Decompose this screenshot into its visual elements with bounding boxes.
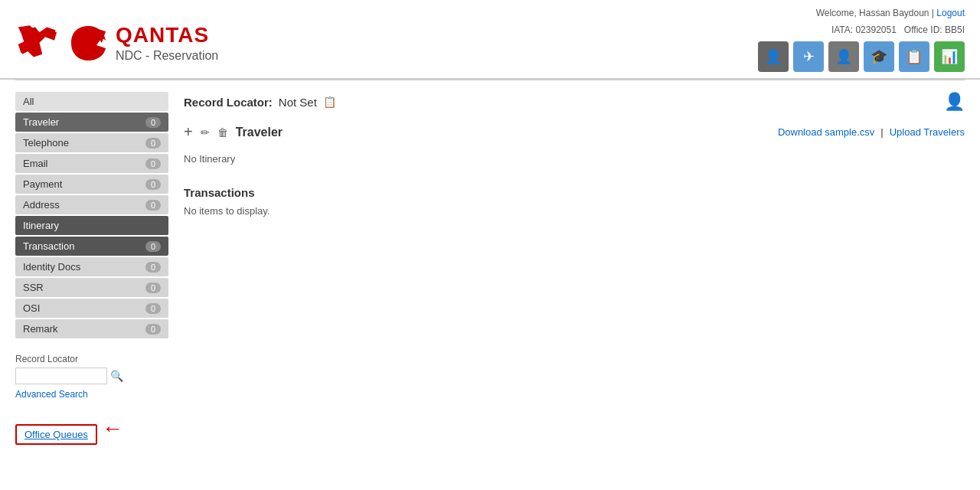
sidebar-item-transaction[interactable]: Transaction 0 xyxy=(15,237,168,256)
nav-icon-hat[interactable]: 🎓 xyxy=(864,41,894,72)
transactions-title: Transactions xyxy=(184,186,965,199)
office-queues-button[interactable]: Office Queues xyxy=(15,424,97,445)
nav-icon-person[interactable]: 👤 xyxy=(758,41,789,72)
record-locator-search-button[interactable]: 🔍 xyxy=(110,370,123,382)
svg-marker-1 xyxy=(19,27,57,57)
record-locator-value: Not Set xyxy=(279,96,317,109)
office-queues-area: Office Queues ← xyxy=(15,412,168,445)
sidebar-item-ssr[interactable]: SSR 0 xyxy=(15,278,168,297)
nav-icon-person2[interactable]: 👤 xyxy=(828,41,859,72)
advanced-search-link[interactable]: Advanced Search xyxy=(15,389,168,400)
nav-icon-green[interactable]: 📊 xyxy=(934,41,965,72)
identity-docs-badge: 0 xyxy=(145,262,161,273)
no-items-text: No items to display. xyxy=(184,205,965,217)
office-queues-arrow: ← xyxy=(102,416,123,441)
sidebar-item-traveler[interactable]: Traveler 0 xyxy=(15,113,168,132)
payment-badge: 0 xyxy=(145,179,161,190)
app-logo-text: QANTAS xyxy=(116,23,218,47)
edit-traveler-button[interactable]: ✏ xyxy=(201,126,210,139)
remark-badge: 0 xyxy=(145,324,161,335)
sidebar-item-address[interactable]: Address 0 xyxy=(15,195,168,214)
content-area: Record Locator: Not Set 📋 👤 + ✏ 🗑 Travel… xyxy=(184,92,965,445)
sidebar-item-remark[interactable]: Remark 0 xyxy=(15,319,168,338)
sidebar-item-osi[interactable]: OSI 0 xyxy=(15,299,168,318)
logout-link[interactable]: Logout xyxy=(936,8,965,18)
traveler-section: + ✏ 🗑 Traveler Download sample.csv | Upl… xyxy=(184,123,965,171)
transaction-badge: 0 xyxy=(145,241,161,252)
user-avatar-icon[interactable]: 👤 xyxy=(944,92,965,112)
transactions-section: Transactions No items to display. xyxy=(184,186,965,217)
delete-traveler-button[interactable]: 🗑 xyxy=(217,126,228,139)
telephone-badge: 0 xyxy=(145,138,161,149)
traveler-section-header: + ✏ 🗑 Traveler Download sample.csv | Upl… xyxy=(184,123,965,141)
no-itinerary-text: No Itinerary xyxy=(184,147,965,171)
sidebar: All Traveler 0 Telephone 0 Email 0 Payme… xyxy=(15,92,168,445)
record-locator-section: Record Locator 🔍 Advanced Search xyxy=(15,354,168,400)
ssr-badge: 0 xyxy=(145,283,161,293)
sidebar-item-itinerary[interactable]: Itinerary xyxy=(15,216,168,235)
nav-icon-book[interactable]: 📋 xyxy=(899,41,929,72)
iata-office-text: IATA: 02392051 Office ID: BB5I xyxy=(831,24,965,35)
app-subtitle: NDC - Reservation xyxy=(116,49,218,63)
traveler-badge: 0 xyxy=(145,117,161,128)
record-locator-title-label: Record Locator: xyxy=(184,96,273,109)
add-traveler-button[interactable]: + xyxy=(184,123,193,141)
address-badge: 0 xyxy=(145,200,161,211)
sidebar-item-identity-docs[interactable]: Identity Docs 0 xyxy=(15,257,168,276)
nav-icon-plane[interactable]: ✈ xyxy=(793,41,824,72)
sidebar-item-payment[interactable]: Payment 0 xyxy=(15,175,168,194)
sidebar-item-telephone[interactable]: Telephone 0 xyxy=(15,133,168,152)
osi-badge: 0 xyxy=(145,303,161,314)
traveler-section-title: Traveler xyxy=(236,126,283,139)
record-locator-search-label: Record Locator xyxy=(15,354,168,364)
sidebar-item-email[interactable]: Email 0 xyxy=(15,154,168,173)
email-badge: 0 xyxy=(145,158,161,169)
sidebar-item-all[interactable]: All xyxy=(15,92,168,111)
download-sample-link[interactable]: Download sample.csv xyxy=(778,126,874,138)
record-locator-bar: Record Locator: Not Set 📋 👤 xyxy=(184,92,965,112)
upload-travelers-link[interactable]: Upload Travelers xyxy=(890,126,965,138)
copy-icon[interactable]: 📋 xyxy=(323,96,336,108)
welcome-text: Welcome, Hassan Baydoun | Logout xyxy=(816,8,965,18)
record-locator-input[interactable] xyxy=(15,368,107,384)
